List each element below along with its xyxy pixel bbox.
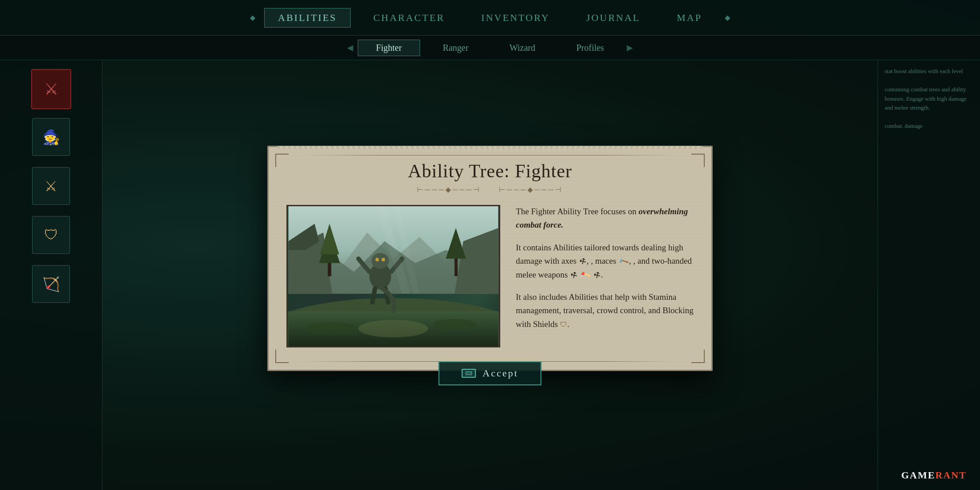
weapon-icon-2: 🪓 <box>579 268 592 282</box>
svg-point-8 <box>359 320 429 337</box>
paragraph-2-mid: , maces <box>591 256 618 265</box>
paragraph-3-period: . <box>567 319 569 329</box>
controller-button-icon <box>461 369 476 378</box>
paragraph-1: The Fighter Ability Tree focuses on over… <box>516 205 694 232</box>
scene-svg <box>288 206 499 346</box>
shield-icon: 🛡 <box>560 319 567 331</box>
corner-decoration-tr <box>691 154 705 167</box>
mace-icon: 🔨 <box>617 254 630 269</box>
paragraph-3: It also includes Abilities that help wit… <box>516 290 694 331</box>
watermark-game: GAME <box>901 470 935 481</box>
svg-point-22 <box>306 322 359 335</box>
weapon-icon-1: ⚒ <box>568 269 580 282</box>
corner-decoration-bl <box>275 350 289 363</box>
title-decorator: ⊢───◆───⊣ ⊢───◆───⊣ <box>286 185 694 194</box>
svg-point-20 <box>376 258 379 261</box>
svg-line-18 <box>372 288 375 302</box>
accept-button[interactable]: Accept <box>438 361 541 385</box>
ability-tree-dialog: Ability Tree: Fighter ⊢───◆───⊣ ⊢───◆───… <box>267 146 713 371</box>
dialog-content: The Fighter Ability Tree focuses on over… <box>286 205 694 347</box>
weapon-icon-3: ⚒ <box>591 269 602 282</box>
paragraph-3-plain: It also includes Abilities that help wit… <box>516 292 694 329</box>
dialog-title: Ability Tree: Fighter <box>286 160 694 182</box>
accept-button-label: Accept <box>482 368 518 379</box>
corner-decoration-br <box>691 350 705 363</box>
paragraph-2: It contains Abilities tailored towards d… <box>516 241 694 282</box>
watermark: GAMERANT <box>901 470 967 481</box>
watermark-rant: RANT <box>935 470 967 481</box>
corner-decoration-tl <box>275 154 289 167</box>
top-deco-line <box>304 155 676 155</box>
dialog-overlay: Ability Tree: Fighter ⊢───◆───⊣ ⊢───◆───… <box>0 0 980 490</box>
svg-point-21 <box>382 258 385 261</box>
paragraph-1-plain: The Fighter Ability Tree focuses on <box>516 207 638 216</box>
controller-button-inner <box>466 372 472 375</box>
svg-point-15 <box>372 253 389 269</box>
axe-icon-1: ⚒ <box>577 255 588 268</box>
dialog-text-content: The Fighter Ability Tree focuses on over… <box>516 205 694 340</box>
accept-button-wrapper: Accept <box>438 361 541 385</box>
fighter-scene-image <box>286 205 500 347</box>
svg-point-23 <box>433 319 476 330</box>
